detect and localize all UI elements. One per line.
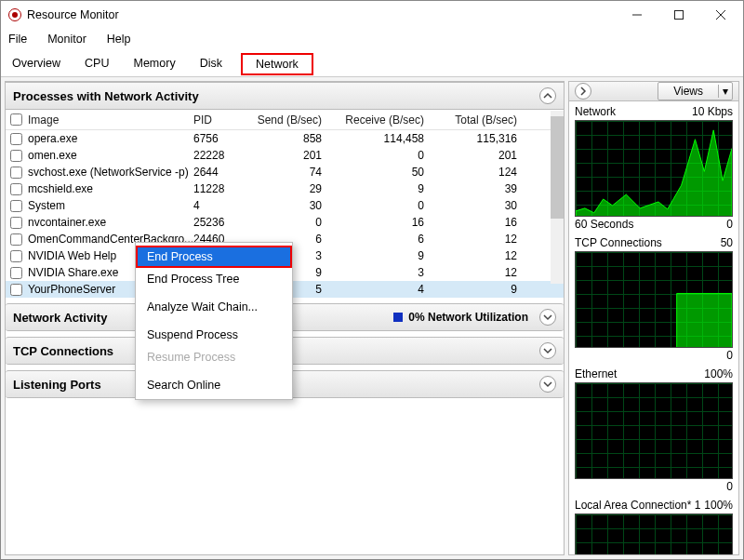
cell-send: 74 bbox=[236, 166, 329, 179]
ctx-end-process-tree[interactable]: End Process Tree bbox=[136, 268, 292, 290]
cell-image: System bbox=[26, 199, 193, 212]
row-checkbox[interactable] bbox=[10, 133, 22, 145]
cell-recv: 114,458 bbox=[329, 132, 432, 145]
right-header: Views ▾ bbox=[569, 82, 738, 101]
tab-memory[interactable]: Memory bbox=[128, 53, 181, 73]
menu-file[interactable]: File bbox=[5, 33, 31, 46]
table-row[interactable]: nvcontainer.exe2523601616 bbox=[6, 214, 564, 231]
col-pid[interactable]: PID bbox=[193, 113, 236, 127]
chevron-down-icon[interactable] bbox=[539, 376, 556, 393]
chevron-down-icon[interactable] bbox=[539, 309, 556, 326]
cell-total: 30 bbox=[432, 199, 525, 212]
table-header: Image PID Send (B/sec) Receive (B/sec) T… bbox=[6, 110, 564, 130]
cell-total: 16 bbox=[432, 216, 525, 229]
cell-total: 12 bbox=[432, 249, 525, 262]
context-menu: End Process End Process Tree Analyze Wai… bbox=[135, 242, 293, 400]
titlebar: Resource Monitor bbox=[1, 1, 743, 29]
ctx-suspend-process[interactable]: Suspend Process bbox=[136, 324, 292, 346]
app-icon bbox=[8, 8, 21, 21]
menu-help[interactable]: Help bbox=[103, 33, 135, 46]
chevron-up-icon[interactable] bbox=[539, 87, 556, 104]
row-checkbox[interactable] bbox=[10, 250, 22, 262]
cell-send: 201 bbox=[236, 149, 329, 162]
table-row[interactable]: mcshield.exe1122829939 bbox=[6, 180, 564, 197]
graph-title: TCP Connections bbox=[575, 236, 662, 249]
cell-recv: 50 bbox=[329, 166, 432, 179]
cell-send: 858 bbox=[236, 132, 329, 145]
graph-foot-right: 0 bbox=[726, 480, 733, 493]
header-checkbox[interactable] bbox=[10, 113, 22, 126]
section-processes-header[interactable]: Processes with Network Activity bbox=[6, 82, 564, 110]
col-receive[interactable]: Receive (B/sec) bbox=[329, 113, 432, 127]
graph bbox=[575, 251, 733, 348]
graph bbox=[575, 382, 733, 479]
util-label: 0% Network Utilization bbox=[408, 311, 528, 324]
right-pane: Views ▾ Network10 Kbps60 Seconds0TCP Con… bbox=[568, 81, 739, 555]
svg-rect-1 bbox=[674, 11, 683, 20]
cell-recv: 6 bbox=[329, 233, 432, 246]
col-send[interactable]: Send (B/sec) bbox=[236, 113, 329, 127]
cell-recv: 0 bbox=[329, 149, 432, 162]
cell-recv: 4 bbox=[329, 283, 432, 296]
network-activity-title: Network Activity bbox=[13, 311, 107, 325]
cell-recv: 9 bbox=[329, 182, 432, 195]
minimize-button[interactable] bbox=[616, 2, 658, 28]
row-checkbox[interactable] bbox=[10, 183, 22, 195]
tab-network[interactable]: Network bbox=[241, 53, 313, 75]
row-checkbox[interactable] bbox=[10, 267, 22, 279]
views-label: Views bbox=[658, 85, 719, 98]
ctx-end-process[interactable]: End Process bbox=[136, 246, 292, 268]
col-total[interactable]: Total (B/sec) bbox=[432, 113, 525, 127]
cell-pid: 11228 bbox=[193, 182, 236, 195]
cell-pid: 22228 bbox=[193, 149, 236, 162]
cell-image: opera.exe bbox=[26, 132, 193, 145]
cell-total: 39 bbox=[432, 182, 525, 195]
table-row[interactable]: System430030 bbox=[6, 197, 564, 214]
cell-send: 30 bbox=[236, 199, 329, 212]
menu-monitor[interactable]: Monitor bbox=[44, 33, 90, 46]
table-row[interactable]: opera.exe6756858114,458115,316 bbox=[6, 130, 564, 147]
cell-send: 0 bbox=[236, 216, 329, 229]
ctx-search-online[interactable]: Search Online bbox=[136, 374, 292, 396]
cell-image: svchost.exe (NetworkService -p) bbox=[26, 166, 193, 179]
window-title: Resource Monitor bbox=[27, 8, 119, 21]
chevron-down-icon[interactable]: ▾ bbox=[719, 85, 732, 98]
row-checkbox[interactable] bbox=[10, 200, 22, 212]
row-checkbox[interactable] bbox=[10, 150, 22, 162]
vertical-scrollbar[interactable] bbox=[551, 111, 564, 284]
graph bbox=[575, 120, 733, 217]
row-checkbox[interactable] bbox=[10, 167, 22, 179]
ctx-analyze-wait-chain[interactable]: Analyze Wait Chain... bbox=[136, 296, 292, 318]
graph-foot-right: 0 bbox=[726, 349, 733, 362]
cell-pid: 6756 bbox=[193, 132, 236, 145]
tab-overview[interactable]: Overview bbox=[7, 53, 66, 73]
graph-title: Ethernet bbox=[575, 367, 617, 380]
scrollbar-thumb[interactable] bbox=[551, 116, 564, 219]
maximize-button[interactable] bbox=[658, 2, 699, 28]
chevron-right-icon[interactable] bbox=[575, 83, 591, 100]
listening-ports-title: Listening Ports bbox=[13, 378, 101, 392]
table-row[interactable]: omen.exe222282010201 bbox=[6, 147, 564, 164]
chevron-down-icon[interactable] bbox=[539, 342, 556, 359]
close-button[interactable] bbox=[699, 2, 741, 28]
graph-scale: 10 Kbps bbox=[692, 105, 733, 118]
cell-image: nvcontainer.exe bbox=[26, 216, 193, 229]
cell-total: 12 bbox=[432, 233, 525, 246]
cell-recv: 9 bbox=[329, 249, 432, 262]
table-row[interactable]: svchost.exe (NetworkService -p)264474501… bbox=[6, 164, 564, 180]
resource-monitor-window: Resource Monitor File Monitor Help Overv… bbox=[0, 0, 744, 560]
cell-send: 29 bbox=[236, 182, 329, 195]
cell-recv: 3 bbox=[329, 266, 432, 279]
tab-cpu[interactable]: CPU bbox=[79, 53, 114, 73]
views-button[interactable]: Views ▾ bbox=[658, 82, 733, 100]
tab-disk[interactable]: Disk bbox=[194, 53, 228, 73]
row-checkbox[interactable] bbox=[10, 284, 22, 296]
col-image[interactable]: Image bbox=[26, 113, 193, 127]
network-utilization: 0% Network Utilization bbox=[393, 311, 539, 324]
tcp-connections-title: TCP Connections bbox=[13, 344, 113, 358]
graph-foot-right: 0 bbox=[726, 218, 733, 231]
row-checkbox[interactable] bbox=[10, 217, 22, 229]
graph-scale: 50 bbox=[721, 236, 733, 249]
cell-total: 9 bbox=[432, 283, 525, 296]
row-checkbox[interactable] bbox=[10, 233, 22, 246]
